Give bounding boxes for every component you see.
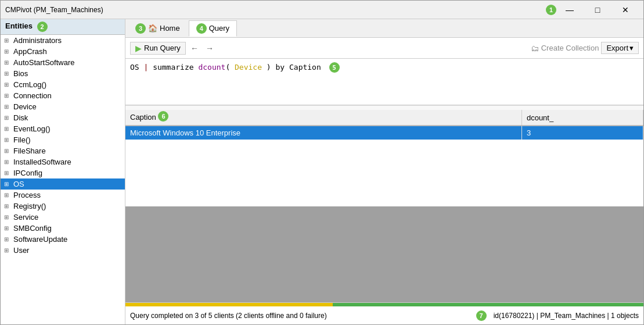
right-panel: 3 🏠 Home 4 Query ▶ Run Query ← → [125,19,643,324]
status-bar: Query completed on 3 of 5 clients (2 cli… [125,302,643,324]
status-right-text: id(16780221) | PM_Team_Machines | 1 obje… [494,312,639,320]
sidebar-item-label: SMBConfig [13,224,52,233]
sidebar-item-label: InstalledSoftware [13,158,71,166]
collection-icon: 🗂 [531,44,539,53]
expand-icon: ⊞ [4,192,11,198]
main-window: CMPivot (PM_Team_Machines) 1 — □ ✕ Entit… [0,0,644,325]
sidebar-item-label: OS [13,180,24,188]
sidebar-item-bios[interactable]: ⊞Bios [1,68,125,79]
sidebar-item-installedsoftware[interactable]: ⊞InstalledSoftware [1,156,125,167]
window-controls: — □ ✕ [556,1,639,19]
expand-icon: ⊞ [4,103,11,110]
expand-icon: ⊞ [4,137,11,143]
create-collection-button[interactable]: 🗂 Create Collection [531,44,599,53]
entities-label: Entities [5,22,33,30]
sidebar-item-smbconfig[interactable]: ⊞SMBConfig [1,223,125,234]
dcount-link[interactable]: 3 [527,128,531,137]
sidebar-item-label: File() [13,135,31,144]
maximize-button[interactable]: □ [584,1,611,19]
expand-icon: ⊞ [4,126,11,132]
sidebar-item-os[interactable]: ⊞OS [1,178,125,190]
sidebar-item-device[interactable]: ⊞Device [1,101,125,112]
export-button[interactable]: Export ▾ [601,42,639,54]
sidebar-item-label: Bios [13,69,28,78]
expand-icon: ⊞ [4,48,11,55]
expand-icon: ⊞ [4,148,11,154]
sidebar-item-disk[interactable]: ⊞Disk [1,112,125,123]
results-empty-area [125,206,643,303]
query-editor[interactable]: OS | summarize dcount( Device ) by Capti… [125,59,643,105]
home-tab-badge: 3 [135,23,146,34]
sidebar-item-label: Device [13,102,37,111]
sidebar-item-service[interactable]: ⊞Service [1,212,125,223]
sidebar-item-label: CcmLog() [13,80,46,89]
expand-icon: ⊞ [4,37,11,44]
sidebar-item-label: IPConfig [13,169,42,177]
expand-icon: ⊞ [4,59,11,66]
sidebar-item-label: Service [13,213,38,222]
sidebar-item-autostartsoftware[interactable]: ⊞AutoStartSoftware [1,57,125,68]
entities-badge: 2 [37,22,48,32]
query-tab-text: Query [209,24,229,33]
sidebar: Entities 2 ⊞Administrators⊞AppCrash⊞Auto… [1,19,125,324]
sidebar-item-user[interactable]: ⊞User [1,245,125,256]
caption-cell: Microsoft Windows 10 Enterprise [125,126,521,140]
sidebar-item-label: Disk [13,113,28,122]
sidebar-header: Entities 2 [1,19,125,35]
expand-icon: ⊞ [4,115,11,121]
query-scroll-hint [125,105,643,110]
expand-icon: ⊞ [4,225,11,231]
sidebar-item-connection[interactable]: ⊞Connection [1,90,125,101]
sidebar-item-appcrash[interactable]: ⊞AppCrash [1,46,125,57]
results-data-table: Caption 6 dcount_ Microsoft Windows 10 E… [125,110,643,140]
sidebar-item-eventlog--[interactable]: ⊞EventLog() [1,123,125,134]
expand-icon: ⊞ [4,170,11,176]
sidebar-item-label: FileShare [13,147,46,155]
sidebar-item-administrators[interactable]: ⊞Administrators [1,35,125,46]
dcount-cell: 3 [521,126,643,140]
sidebar-item-label: AutoStartSoftware [13,58,75,67]
sidebar-item-ipconfig[interactable]: ⊞IPConfig [1,167,125,178]
close-button[interactable]: ✕ [612,1,639,19]
results-area: Caption 6 dcount_ Microsoft Windows 10 E… [125,110,643,302]
sidebar-item-ccmlog--[interactable]: ⊞CcmLog() [1,79,125,90]
back-button[interactable]: ← [188,42,201,54]
export-chevron-icon: ▾ [629,44,634,52]
col-dcount-header: dcount_ [521,110,643,126]
title-bar: CMPivot (PM_Team_Machines) 1 — □ ✕ [1,1,643,19]
sidebar-item-label: Process [13,191,41,199]
sidebar-item-softwareupdate[interactable]: ⊞SoftwareUpdate [1,234,125,245]
sidebar-item-file--[interactable]: ⊞File() [1,134,125,145]
expand-icon: ⊞ [4,214,11,220]
table-row[interactable]: Microsoft Windows 10 Enterprise 3 [125,126,643,140]
sidebar-item-label: EventLog() [13,124,51,133]
expand-icon: ⊞ [4,203,11,209]
tab-bar: 3 🏠 Home 4 Query [125,19,643,38]
col-caption-header: Caption 6 [125,110,521,126]
tab-query[interactable]: 4 Query [189,20,237,37]
sidebar-item-label: User [13,246,29,255]
sidebar-item-registry--[interactable]: ⊞Registry() [1,201,125,212]
window-title: CMPivot (PM_Team_Machines) [5,6,544,14]
forward-button[interactable]: → [203,42,216,54]
home-tab-label: 🏠 [148,24,157,33]
expand-icon: ⊞ [4,81,11,88]
sidebar-list: ⊞Administrators⊞AppCrash⊞AutoStartSoftwa… [1,35,125,324]
sidebar-item-label: Connection [13,91,52,100]
sidebar-item-process[interactable]: ⊞Process [1,190,125,201]
title-badge: 1 [546,5,556,15]
status-text: Query completed on 3 of 5 clients (2 cli… [125,306,643,324]
expand-icon: ⊞ [4,92,11,99]
run-query-button[interactable]: ▶ Run Query [130,42,186,55]
expand-icon: ⊞ [4,70,11,77]
sidebar-item-fileshare[interactable]: ⊞FileShare [1,145,125,156]
main-content: Entities 2 ⊞Administrators⊞AppCrash⊞Auto… [1,19,643,324]
minimize-button[interactable]: — [556,1,583,19]
status-left-text: Query completed on 3 of 5 clients (2 cli… [130,312,469,320]
run-query-label: Run Query [144,44,181,52]
expand-icon: ⊞ [4,236,11,242]
expand-icon: ⊞ [4,247,11,253]
results-table: Caption 6 dcount_ Microsoft Windows 10 E… [125,110,643,206]
tab-home[interactable]: 3 🏠 Home [128,20,188,37]
status-badge: 7 [476,310,487,321]
